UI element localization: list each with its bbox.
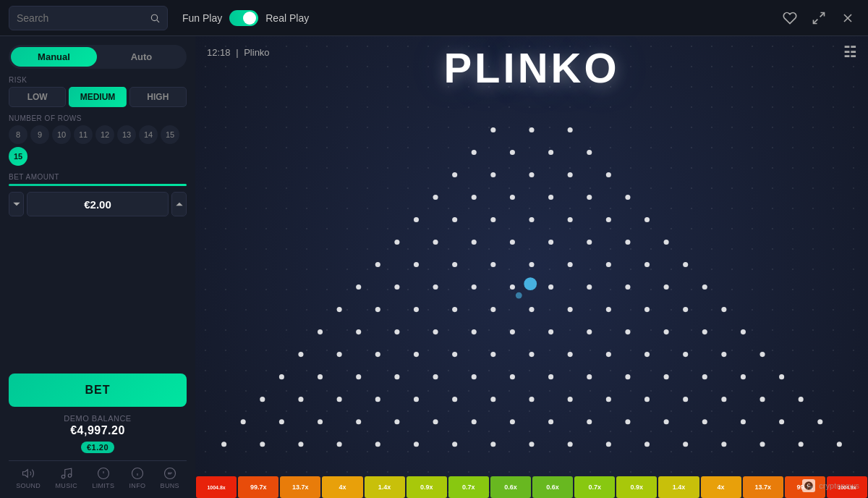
toggle-knob [243, 12, 256, 25]
svg-point-134 [241, 419, 246, 424]
svg-point-19 [568, 127, 573, 132]
sound-label: SOUND [16, 482, 41, 489]
svg-point-86 [548, 329, 553, 334]
svg-point-165 [799, 442, 804, 447]
svg-point-53 [490, 262, 495, 267]
multiplier-cell: 0.7x [574, 476, 615, 498]
svg-point-64 [548, 284, 553, 290]
multiplier-bar: 1004.8x99.7x13.7x4x1.4x0.9x0.7x0.6x0.6x0… [195, 476, 868, 498]
svg-point-25 [490, 172, 495, 177]
svg-point-38 [529, 217, 534, 222]
svg-point-110 [472, 374, 477, 379]
row-12[interactable]: 12 [95, 125, 114, 144]
svg-point-118 [779, 374, 784, 379]
svg-point-92 [298, 352, 303, 357]
svg-point-133 [799, 397, 804, 402]
risk-medium[interactable]: MEDIUM [69, 87, 126, 107]
risk-high[interactable]: HIGH [129, 87, 187, 107]
tab-auto[interactable]: Auto [98, 47, 184, 67]
svg-point-9 [61, 475, 65, 478]
buns-button[interactable]: BUNS [161, 467, 179, 489]
svg-point-18 [529, 127, 534, 132]
tab-manual[interactable]: Manual [11, 47, 97, 67]
fun-play-label: Fun Play [182, 12, 222, 24]
svg-point-98 [529, 352, 534, 357]
bet-button[interactable]: BET [9, 374, 187, 407]
row-13[interactable]: 13 [117, 125, 136, 144]
svg-point-138 [394, 419, 399, 424]
row-14[interactable]: 14 [139, 125, 158, 144]
svg-point-77 [644, 307, 650, 312]
music-icon [60, 467, 73, 480]
search-input[interactable] [17, 12, 144, 24]
svg-point-73 [490, 307, 495, 312]
svg-point-60 [394, 284, 399, 290]
risk-options: LOW MEDIUM HIGH [9, 87, 187, 107]
main-layout: Manual Auto RISK LOW MEDIUM HIGH NUMBER … [0, 36, 868, 498]
svg-point-88 [625, 329, 630, 334]
plinko-ball [524, 277, 537, 290]
svg-point-155 [414, 442, 419, 447]
svg-point-63 [510, 284, 515, 290]
row-15a[interactable]: 15 [161, 125, 179, 144]
svg-point-71 [414, 307, 419, 312]
search-icon [150, 12, 160, 24]
svg-point-113 [587, 374, 592, 379]
svg-point-28 [606, 172, 611, 177]
favorite-button[interactable] [778, 7, 801, 30]
svg-point-47 [587, 240, 592, 245]
svg-point-21 [510, 150, 515, 155]
svg-point-78 [683, 307, 688, 312]
fullscreen-button[interactable] [807, 7, 830, 30]
svg-point-58 [683, 262, 688, 267]
svg-point-48 [625, 240, 630, 245]
header: Fun Play Real Play [0, 0, 868, 36]
svg-point-31 [510, 195, 515, 200]
svg-point-17 [490, 127, 495, 132]
music-label: MUSIC [56, 482, 78, 489]
row-8[interactable]: 8 [9, 125, 27, 144]
multiplier-cell: 0.9x [407, 476, 447, 498]
row-options: 8 9 10 11 12 13 14 15 15 [9, 125, 187, 166]
game-menu-icon[interactable]: ☷ [843, 43, 856, 61]
play-toggle: Fun Play Real Play [182, 10, 309, 26]
risk-low[interactable]: LOW [9, 87, 66, 107]
bet-decrease-button[interactable] [9, 192, 24, 216]
svg-point-62 [472, 284, 477, 290]
row-15b[interactable]: 15 [9, 147, 27, 166]
svg-point-158 [529, 442, 534, 447]
row-10[interactable]: 10 [52, 125, 71, 144]
multiplier-cell: 13.7x [743, 476, 783, 498]
svg-point-43 [433, 240, 438, 245]
sidebar-footer: SOUND MUSIC LIMITS INFO [9, 460, 187, 489]
buns-icon [163, 467, 176, 480]
game-header: 12:18 | Plinko PLINKO ☷ [195, 36, 868, 68]
row-11[interactable]: 11 [74, 125, 93, 144]
svg-point-72 [452, 307, 457, 312]
row-9[interactable]: 9 [30, 125, 49, 144]
close-button[interactable] [836, 7, 859, 30]
svg-point-36 [452, 217, 457, 222]
bet-amount-input[interactable] [27, 192, 169, 216]
multiplier-cell: 4x [322, 476, 362, 498]
svg-point-139 [433, 419, 438, 424]
info-label: INFO [129, 482, 146, 489]
limits-label: LIMITS [92, 482, 114, 489]
plinko-board: 1004.8x99.7x13.7x4x1.4x0.9x0.7x0.6x0.6x0… [195, 68, 868, 498]
svg-point-103 [721, 352, 726, 357]
sound-button[interactable]: SOUND [16, 467, 41, 489]
svg-point-41 [644, 217, 650, 222]
svg-point-84 [472, 329, 477, 334]
svg-point-123 [414, 397, 419, 402]
limits-button[interactable]: LIMITS [92, 467, 114, 489]
svg-point-45 [510, 240, 515, 245]
search-box [9, 6, 168, 30]
bet-increase-button[interactable] [171, 192, 187, 216]
svg-point-99 [568, 352, 573, 357]
play-mode-toggle[interactable] [229, 10, 258, 26]
music-button[interactable]: MUSIC [56, 467, 78, 489]
svg-point-29 [433, 195, 438, 200]
svg-point-148 [779, 419, 784, 424]
svg-point-100 [606, 352, 611, 357]
info-button[interactable]: INFO [129, 467, 146, 489]
